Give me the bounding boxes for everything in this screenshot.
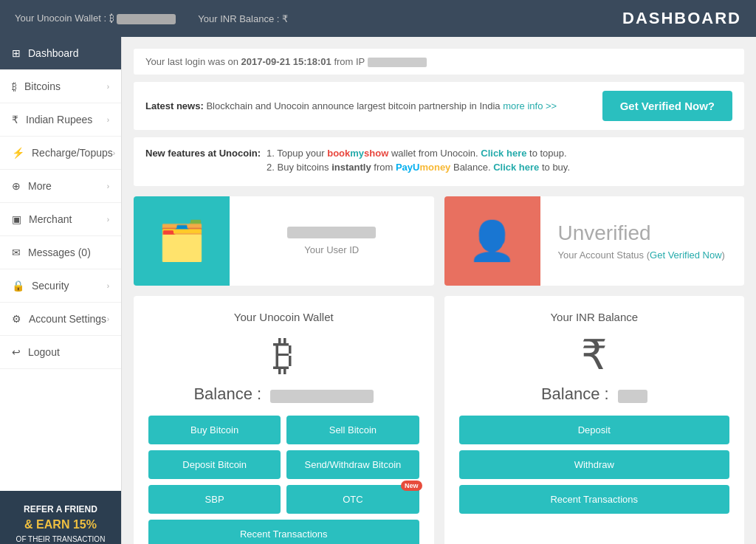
inr-button-grid: Deposit Withdraw Recent Transactions	[459, 416, 730, 514]
dashboard-icon: ⊞	[12, 47, 21, 59]
btc-balance-value	[270, 390, 374, 403]
deposit-bitcoin-button[interactable]: Deposit Bitcoin	[148, 450, 281, 479]
sidebar-label-messages: Messages (0)	[28, 247, 91, 258]
main-content: Your last login was on 2017-09-21 15:18:…	[122, 37, 756, 544]
dashboard-title: DASHBOARD	[622, 9, 741, 28]
settings-icon: ⚙	[12, 313, 21, 325]
news-label: Latest news:	[145, 100, 204, 111]
chevron-icon: ›	[113, 149, 115, 157]
otc-button[interactable]: OTC New	[286, 485, 419, 514]
rupee-icon: ₹	[12, 114, 18, 125]
logout-icon: ↩	[12, 346, 21, 358]
buy-bitcoin-button[interactable]: Buy Bitcoin	[148, 416, 281, 444]
person-icon-box: 👤	[444, 196, 540, 286]
sidebar-item-recharge[interactable]: ⚡ Recharge/Topups ›	[0, 137, 121, 170]
login-date: 2017-09-21 15:18:01	[241, 56, 331, 67]
get-verified-button[interactable]: Get Verified Now?	[602, 91, 732, 121]
unverified-label: Unverified	[558, 221, 651, 245]
buy-click-link[interactable]: Click here	[493, 162, 539, 173]
refer-line1: REFER A FRIEND	[9, 503, 112, 516]
user-id-label: Your User ID	[304, 244, 359, 255]
account-status-label: Your Account Status (Get Verified Now)	[558, 249, 725, 261]
sell-bitcoin-button[interactable]: Sell Bitcoin	[286, 416, 419, 444]
get-verified-now-link[interactable]: Get Verified Now	[650, 249, 722, 261]
sidebar-label-merchant: Merchant	[29, 213, 72, 225]
wallet-row: Your Unocoin Wallet ₿ Balance : Buy Bitc…	[134, 296, 744, 544]
feature-1: 1. Topup your bookmyshow wallet from Uno…	[267, 148, 570, 159]
chevron-icon: ›	[107, 83, 109, 91]
btc-wallet-title: Your Unocoin Wallet	[148, 311, 419, 323]
sidebar-label-dashboard: Dashboard	[28, 47, 79, 59]
btc-balance-label: Balance :	[193, 385, 261, 403]
chevron-icon: ›	[107, 315, 109, 323]
send-withdraw-button[interactable]: Send/Withdraw Bitcoin	[286, 450, 419, 479]
chevron-icon: ›	[107, 216, 109, 224]
sbp-button[interactable]: SBP	[148, 485, 281, 514]
news-text: Latest news: Blockchain and Unocoin anno…	[145, 100, 591, 111]
features-label: New features at Unocoin:	[145, 148, 261, 159]
login-ip	[368, 58, 427, 67]
briefcase-icon-box: 🗂️	[134, 196, 230, 286]
refer-banner[interactable]: REFER A FRIEND & EARN 15% OF THEIR TRANS…	[0, 491, 121, 544]
btc-balance-row: Balance :	[148, 385, 419, 404]
refer-line2: & EARN 15%	[9, 516, 112, 534]
header-left: Your Unocoin Wallet : ₿ Your INR Balance…	[15, 13, 288, 24]
news-content: Blockchain and Unocoin announce largest …	[206, 100, 503, 111]
more-icon: ⊕	[12, 180, 21, 192]
lock-icon: 🔒	[12, 280, 24, 292]
messages-icon: ✉	[12, 247, 21, 258]
refer-line3: OF THEIR TRANSACTION FEES	[9, 534, 112, 544]
sidebar-item-dashboard[interactable]: ⊞ Dashboard	[0, 37, 121, 70]
sidebar-label-logout: Logout	[28, 346, 60, 358]
deposit-button[interactable]: Deposit	[459, 416, 730, 444]
sidebar-item-indian-rupees[interactable]: ₹ Indian Rupees ›	[0, 103, 121, 137]
user-id-info: Your User ID	[230, 196, 434, 286]
merchant-icon: ▣	[12, 213, 21, 225]
user-id-value	[287, 227, 376, 238]
main-layout: ⊞ Dashboard ₿ Bitcoins › ₹ Indian Rupees…	[0, 37, 756, 544]
withdraw-button[interactable]: Withdraw	[459, 450, 730, 479]
news-bar: Latest news: Blockchain and Unocoin anno…	[134, 82, 744, 130]
sidebar-label-security: Security	[32, 280, 69, 292]
sidebar-label-rupees: Indian Rupees	[26, 114, 92, 125]
inr-balance-value	[618, 390, 647, 403]
sidebar-label-recharge: Recharge/Topups	[32, 147, 113, 159]
inr-balance-label: Balance :	[541, 385, 609, 403]
wallet-value	[117, 14, 176, 24]
inr-label: Your INR Balance : ₹	[198, 13, 288, 24]
sidebar-item-merchant[interactable]: ▣ Merchant ›	[0, 203, 121, 236]
user-status-row: 🗂️ Your User ID 👤 Unverified Your Accoun…	[134, 196, 744, 286]
briefcase-icon: 🗂️	[158, 218, 206, 264]
sidebar-item-bitcoins[interactable]: ₿ Bitcoins ›	[0, 70, 121, 103]
person-icon: 👤	[468, 218, 516, 264]
inr-balance-section: Your INR Balance ₹ Balance : Deposit Wit…	[444, 296, 745, 544]
bitcoin-symbol: ₿	[148, 331, 419, 379]
user-id-card: 🗂️ Your User ID	[134, 196, 434, 286]
login-text: Your last login was on	[145, 56, 241, 67]
btc-button-grid: Buy Bitcoin Sell Bitcoin Deposit Bitcoin…	[148, 416, 419, 544]
sidebar-label-account-settings: Account Settings	[29, 313, 106, 325]
bitcoin-icon: ₿	[12, 80, 17, 92]
features-list: 1. Topup your bookmyshow wallet from Uno…	[267, 148, 570, 176]
more-info-link[interactable]: more info >>	[503, 100, 557, 111]
chevron-icon: ›	[107, 116, 109, 124]
login-bar: Your last login was on 2017-09-21 15:18:…	[134, 49, 744, 75]
sidebar-item-security[interactable]: 🔒 Security ›	[0, 269, 121, 303]
inr-balance-row: Balance :	[459, 385, 730, 404]
top-header: Your Unocoin Wallet : ₿ Your INR Balance…	[0, 0, 756, 37]
chevron-icon: ›	[107, 182, 109, 190]
sidebar-item-more[interactable]: ⊕ More ›	[0, 170, 121, 203]
sidebar: ⊞ Dashboard ₿ Bitcoins › ₹ Indian Rupees…	[0, 37, 122, 544]
rupee-symbol: ₹	[459, 331, 730, 379]
chevron-icon: ›	[107, 282, 109, 290]
inr-balance-title: Your INR Balance	[459, 311, 730, 323]
feature-2: 2. Buy bitcoins instantly from PayUmoney…	[267, 162, 570, 173]
sidebar-label-more: More	[28, 180, 52, 192]
recent-transactions-inr-button[interactable]: Recent Transactions	[459, 485, 730, 514]
recharge-icon: ⚡	[12, 147, 24, 159]
sidebar-item-account-settings[interactable]: ⚙ Account Settings ›	[0, 303, 121, 336]
sidebar-item-logout[interactable]: ↩ Logout	[0, 336, 121, 369]
topup-click-link[interactable]: Click here	[481, 148, 526, 159]
recent-transactions-btc-button[interactable]: Recent Transactions	[148, 520, 419, 544]
sidebar-item-messages[interactable]: ✉ Messages (0)	[0, 236, 121, 269]
